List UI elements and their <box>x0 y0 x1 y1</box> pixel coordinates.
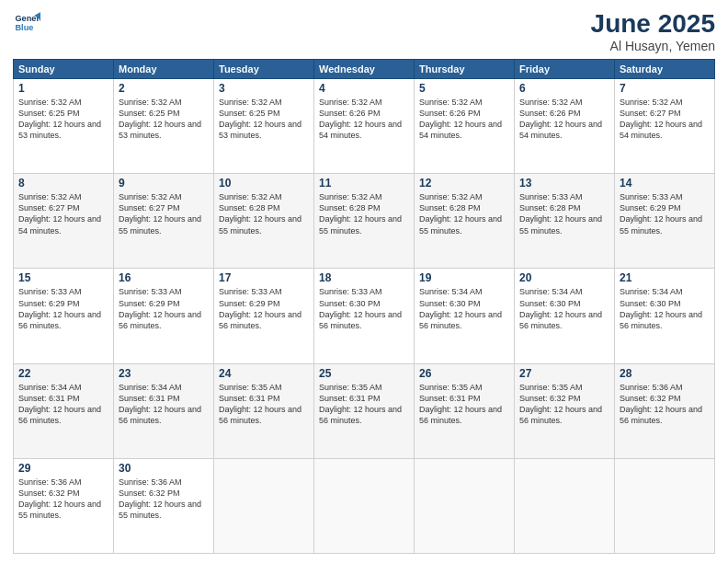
day-info: Sunrise: 5:32 AMSunset: 6:25 PMDaylight:… <box>219 98 301 140</box>
calendar-table: SundayMondayTuesdayWednesdayThursdayFrid… <box>13 59 715 554</box>
day-number: 15 <box>18 271 108 284</box>
day-info: Sunrise: 5:32 AMSunset: 6:25 PMDaylight:… <box>18 98 101 140</box>
calendar-cell <box>214 458 314 553</box>
calendar-cell <box>515 458 615 553</box>
calendar-cell: 19 Sunrise: 5:34 AMSunset: 6:30 PMDaylig… <box>415 269 515 363</box>
calendar-cell: 27 Sunrise: 5:35 AMSunset: 6:32 PMDaylig… <box>515 363 615 458</box>
calendar-cell <box>314 458 415 553</box>
day-number: 25 <box>319 367 409 380</box>
day-number: 9 <box>119 177 209 190</box>
day-info: Sunrise: 5:34 AMSunset: 6:30 PMDaylight:… <box>519 287 602 329</box>
calendar-cell: 6 Sunrise: 5:32 AMSunset: 6:26 PMDayligh… <box>515 79 615 174</box>
day-number: 5 <box>419 82 509 95</box>
calendar-cell: 14 Sunrise: 5:33 AMSunset: 6:29 PMDaylig… <box>615 174 715 269</box>
day-info: Sunrise: 5:35 AMSunset: 6:31 PMDaylight:… <box>219 383 301 425</box>
calendar-cell: 17 Sunrise: 5:33 AMSunset: 6:29 PMDaylig… <box>214 269 314 363</box>
day-number: 20 <box>519 271 609 284</box>
calendar-cell: 1 Sunrise: 5:32 AMSunset: 6:25 PMDayligh… <box>14 79 114 174</box>
day-number: 3 <box>219 82 309 95</box>
calendar-cell: 23 Sunrise: 5:34 AMSunset: 6:31 PMDaylig… <box>114 363 214 458</box>
logo: General Blue <box>13 9 40 37</box>
day-info: Sunrise: 5:36 AMSunset: 6:32 PMDaylight:… <box>620 383 702 425</box>
day-number: 12 <box>419 177 509 190</box>
day-number: 11 <box>319 177 409 190</box>
day-number: 29 <box>18 462 108 475</box>
day-info: Sunrise: 5:34 AMSunset: 6:31 PMDaylight:… <box>18 383 101 425</box>
day-info: Sunrise: 5:32 AMSunset: 6:27 PMDaylight:… <box>18 192 101 235</box>
calendar-cell: 13 Sunrise: 5:33 AMSunset: 6:28 PMDaylig… <box>515 174 615 269</box>
day-number: 2 <box>119 82 209 95</box>
calendar-cell <box>415 458 515 553</box>
day-number: 6 <box>519 82 609 95</box>
col-header-tuesday: Tuesday <box>214 60 314 79</box>
day-info: Sunrise: 5:33 AMSunset: 6:29 PMDaylight:… <box>18 287 101 329</box>
col-header-wednesday: Wednesday <box>314 60 415 79</box>
calendar-cell: 24 Sunrise: 5:35 AMSunset: 6:31 PMDaylig… <box>214 363 314 458</box>
day-number: 18 <box>319 271 409 284</box>
day-number: 27 <box>519 367 609 380</box>
calendar-subtitle: Al Husayn, Yemen <box>591 39 715 53</box>
calendar-cell <box>615 458 715 553</box>
col-header-sunday: Sunday <box>14 60 114 79</box>
calendar-cell: 16 Sunrise: 5:33 AMSunset: 6:29 PMDaylig… <box>114 269 214 363</box>
day-number: 19 <box>419 271 509 284</box>
calendar-cell: 22 Sunrise: 5:34 AMSunset: 6:31 PMDaylig… <box>14 363 114 458</box>
day-info: Sunrise: 5:32 AMSunset: 6:28 PMDaylight:… <box>319 192 402 235</box>
calendar-cell: 30 Sunrise: 5:36 AMSunset: 6:32 PMDaylig… <box>114 458 214 553</box>
calendar-cell: 5 Sunrise: 5:32 AMSunset: 6:26 PMDayligh… <box>415 79 515 174</box>
calendar-cell: 12 Sunrise: 5:32 AMSunset: 6:28 PMDaylig… <box>415 174 515 269</box>
svg-text:Blue: Blue <box>16 23 34 32</box>
day-info: Sunrise: 5:35 AMSunset: 6:31 PMDaylight:… <box>419 383 502 425</box>
day-number: 23 <box>119 367 209 380</box>
calendar-cell: 15 Sunrise: 5:33 AMSunset: 6:29 PMDaylig… <box>14 269 114 363</box>
day-info: Sunrise: 5:35 AMSunset: 6:32 PMDaylight:… <box>519 383 602 425</box>
day-info: Sunrise: 5:34 AMSunset: 6:30 PMDaylight:… <box>620 287 702 329</box>
day-number: 24 <box>219 367 309 380</box>
day-number: 28 <box>620 367 710 380</box>
calendar-cell: 10 Sunrise: 5:32 AMSunset: 6:28 PMDaylig… <box>214 174 314 269</box>
calendar-cell: 11 Sunrise: 5:32 AMSunset: 6:28 PMDaylig… <box>314 174 415 269</box>
calendar-cell: 3 Sunrise: 5:32 AMSunset: 6:25 PMDayligh… <box>214 79 314 174</box>
day-number: 22 <box>18 367 108 380</box>
day-number: 26 <box>419 367 509 380</box>
day-info: Sunrise: 5:32 AMSunset: 6:28 PMDaylight:… <box>419 192 502 235</box>
day-info: Sunrise: 5:33 AMSunset: 6:29 PMDaylight:… <box>219 287 301 329</box>
calendar-cell: 29 Sunrise: 5:36 AMSunset: 6:32 PMDaylig… <box>14 458 114 553</box>
col-header-thursday: Thursday <box>415 60 515 79</box>
day-info: Sunrise: 5:32 AMSunset: 6:27 PMDaylight:… <box>119 192 201 235</box>
logo-icon: General Blue <box>13 9 40 37</box>
day-info: Sunrise: 5:36 AMSunset: 6:32 PMDaylight:… <box>18 477 101 520</box>
calendar-cell: 9 Sunrise: 5:32 AMSunset: 6:27 PMDayligh… <box>114 174 214 269</box>
day-info: Sunrise: 5:35 AMSunset: 6:31 PMDaylight:… <box>319 383 402 425</box>
day-info: Sunrise: 5:36 AMSunset: 6:32 PMDaylight:… <box>119 477 201 520</box>
day-number: 4 <box>319 82 409 95</box>
day-info: Sunrise: 5:34 AMSunset: 6:30 PMDaylight:… <box>419 287 502 329</box>
calendar-cell: 26 Sunrise: 5:35 AMSunset: 6:31 PMDaylig… <box>415 363 515 458</box>
day-info: Sunrise: 5:32 AMSunset: 6:27 PMDaylight:… <box>620 98 702 140</box>
calendar-cell: 2 Sunrise: 5:32 AMSunset: 6:25 PMDayligh… <box>114 79 214 174</box>
day-info: Sunrise: 5:33 AMSunset: 6:28 PMDaylight:… <box>519 192 602 235</box>
day-number: 10 <box>219 177 309 190</box>
day-info: Sunrise: 5:32 AMSunset: 6:26 PMDaylight:… <box>519 98 602 140</box>
calendar-cell: 25 Sunrise: 5:35 AMSunset: 6:31 PMDaylig… <box>314 363 415 458</box>
title-block: June 2025 Al Husayn, Yemen <box>591 9 715 53</box>
calendar-cell: 4 Sunrise: 5:32 AMSunset: 6:26 PMDayligh… <box>314 79 415 174</box>
day-number: 14 <box>620 177 710 190</box>
day-number: 17 <box>219 271 309 284</box>
day-number: 7 <box>620 82 710 95</box>
day-info: Sunrise: 5:33 AMSunset: 6:29 PMDaylight:… <box>620 192 702 235</box>
day-number: 8 <box>18 177 108 190</box>
calendar-cell: 18 Sunrise: 5:33 AMSunset: 6:30 PMDaylig… <box>314 269 415 363</box>
day-info: Sunrise: 5:32 AMSunset: 6:26 PMDaylight:… <box>419 98 502 140</box>
day-number: 16 <box>119 271 209 284</box>
calendar-cell: 20 Sunrise: 5:34 AMSunset: 6:30 PMDaylig… <box>515 269 615 363</box>
col-header-saturday: Saturday <box>615 60 715 79</box>
calendar-title: June 2025 <box>591 9 715 39</box>
calendar-cell: 28 Sunrise: 5:36 AMSunset: 6:32 PMDaylig… <box>615 363 715 458</box>
calendar-cell: 8 Sunrise: 5:32 AMSunset: 6:27 PMDayligh… <box>14 174 114 269</box>
day-info: Sunrise: 5:32 AMSunset: 6:25 PMDaylight:… <box>119 98 201 140</box>
day-number: 30 <box>119 462 209 475</box>
calendar-cell: 7 Sunrise: 5:32 AMSunset: 6:27 PMDayligh… <box>615 79 715 174</box>
day-number: 13 <box>519 177 609 190</box>
calendar-cell: 21 Sunrise: 5:34 AMSunset: 6:30 PMDaylig… <box>615 269 715 363</box>
